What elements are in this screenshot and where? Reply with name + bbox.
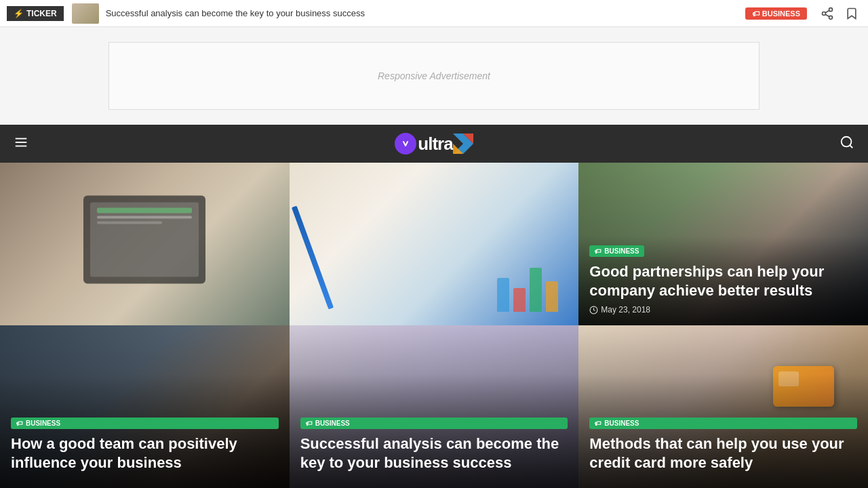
ad-banner: Responsive Advertisement: [108, 42, 760, 110]
ticker-bar: ⚡ TICKER Successful analysis can become …: [0, 0, 868, 27]
article-image-analysis: [290, 163, 579, 325]
ticker-badge-text: BUSINESS: [762, 9, 800, 18]
success-badge[interactable]: 🏷 BUSINESS: [300, 418, 568, 429]
logo-text: ultra: [418, 134, 452, 155]
badge-tag-icon: 🏷: [595, 247, 601, 255]
article-card-creditcard[interactable]: 🏷 BUSINESS Methods that can help you use…: [578, 325, 868, 488]
creditcard-badge-text: BUSINESS: [604, 420, 639, 427]
partnership-badge[interactable]: 🏷 BUSINESS: [589, 245, 644, 257]
ticker-thumbnail: [72, 3, 99, 24]
ticker-label-text: TICKER: [26, 9, 57, 18]
success-badge-icon: 🏷: [306, 420, 313, 427]
creditcard-badge-icon: 🏷: [595, 420, 601, 427]
article-card-partnership[interactable]: 🏷 BUSINESS Good partnerships can help yo…: [578, 163, 868, 325]
svg-line-4: [825, 10, 829, 12]
article-card-top-mid[interactable]: [290, 163, 579, 325]
success-title: Successful analysis can become the key t…: [300, 434, 568, 473]
svg-point-0: [829, 7, 833, 11]
ticker-icons: [818, 4, 861, 23]
team-title: How a good team can positively influence…: [11, 434, 279, 473]
ticker-article-text: Successful analysis can become the key t…: [106, 8, 738, 18]
team-badge[interactable]: 🏷 BUSINESS: [11, 418, 279, 429]
article-card-top-left[interactable]: [0, 163, 290, 325]
logo-circle: [395, 133, 416, 155]
article-image-laptop: [0, 163, 290, 325]
partnership-date-text: May 23, 2018: [601, 305, 650, 314]
partnership-title: Good partnerships can help your company …: [589, 262, 857, 301]
team-card-overlay: 🏷 BUSINESS How a good team can positivel…: [0, 325, 290, 488]
ticker-label: ⚡ TICKER: [7, 6, 64, 21]
success-badge-text: BUSINESS: [315, 420, 350, 427]
creditcard-badge[interactable]: 🏷 BUSINESS: [589, 418, 857, 429]
bolt-icon: ⚡: [14, 9, 24, 18]
creditcard-title: Methods that can help you use your credi…: [589, 434, 857, 473]
team-badge-icon: 🏷: [16, 420, 23, 427]
nav-bar: ultra: [0, 125, 868, 163]
ad-banner-text: Responsive Advertisement: [378, 70, 490, 81]
share-button[interactable]: [818, 4, 837, 23]
partnership-card-overlay: 🏷 BUSINESS Good partnerships can help yo…: [578, 236, 868, 325]
svg-line-13: [850, 145, 852, 148]
success-card-overlay: 🏷 BUSINESS Successful analysis can becom…: [290, 325, 579, 488]
article-card-team[interactable]: 🏷 BUSINESS How a good team can positivel…: [0, 325, 290, 488]
ticker-badge[interactable]: 🏷 BUSINESS: [745, 7, 807, 20]
site-logo[interactable]: ultra: [395, 133, 473, 155]
ticker-badge-icon: 🏷: [752, 9, 760, 18]
svg-point-1: [823, 12, 826, 15]
svg-point-2: [829, 16, 833, 19]
partnership-badge-text: BUSINESS: [604, 247, 639, 255]
search-button[interactable]: [840, 135, 854, 153]
svg-line-3: [825, 14, 829, 16]
logo-x-icon: [453, 134, 473, 154]
partnership-date: May 23, 2018: [589, 305, 857, 314]
hamburger-menu-button[interactable]: [14, 135, 28, 153]
svg-point-12: [842, 136, 852, 146]
articles-grid: 🏷 BUSINESS Good partnerships can help yo…: [0, 163, 868, 488]
bookmark-button[interactable]: [842, 4, 861, 23]
creditcard-card-overlay: 🏷 BUSINESS Methods that can help you use…: [578, 325, 868, 488]
article-card-success[interactable]: 🏷 BUSINESS Successful analysis can becom…: [290, 325, 579, 488]
team-badge-text: BUSINESS: [26, 420, 60, 427]
svg-point-8: [401, 139, 411, 149]
